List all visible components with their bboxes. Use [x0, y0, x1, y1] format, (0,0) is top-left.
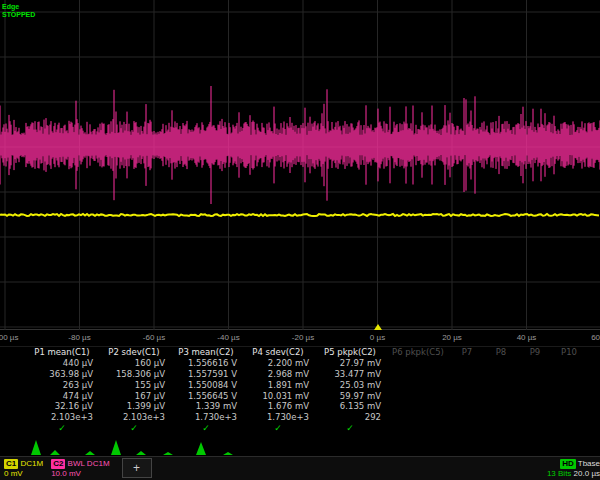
measurement-header[interactable]: P7 [450, 347, 484, 358]
measurement-column[interactable]: P2 sdev(C1)160 µV158.306 µV155 µV167 µV1… [98, 347, 170, 434]
acquisition-state-label: STOPPED [2, 11, 35, 19]
measurement-header[interactable]: P2 sdev(C1) [98, 347, 170, 358]
measurement-value: 1.730e+3 [170, 412, 242, 423]
measurement-value [518, 380, 552, 391]
measurement-header[interactable]: P3 mean(C2) [170, 347, 242, 358]
measurement-value: 1.339 mV [170, 401, 242, 412]
measurement-status: ✓ [242, 423, 314, 434]
measurement-status: ✓ [26, 423, 98, 434]
measurement-value [552, 412, 586, 423]
measurement-column[interactable]: P9 [518, 347, 552, 434]
time-axis-label: 40 µs [517, 333, 537, 342]
measurement-value: 27.97 mV [314, 358, 386, 369]
c1-descriptor[interactable]: C1 DC1M 0 mV [0, 457, 47, 480]
measurement-value: 1.676 mV [242, 401, 314, 412]
measurement-column[interactable]: P1 mean(C1)440 µV363.98 µV263 µV474 µV32… [26, 347, 98, 434]
measurement-header[interactable]: P6 pkpk(C5) [386, 347, 450, 358]
measurement-value [450, 380, 484, 391]
cursor-marker-chip[interactable]: + [122, 458, 152, 478]
waveform-grid[interactable]: Edge STOPPED [0, 0, 600, 330]
measurement-value: 440 µV [26, 358, 98, 369]
measurement-column[interactable]: P3 mean(C2)1.556616 V1.557591 V1.550084 … [170, 347, 242, 434]
measurement-value [552, 380, 586, 391]
c2-badge: C2 [51, 459, 65, 469]
measurement-header[interactable]: P9 [518, 347, 552, 358]
measurement-value: 33.477 mV [314, 369, 386, 380]
measurement-column[interactable]: P5 pkpk(C2)27.97 mV33.477 mV25.03 mV59.9… [314, 347, 386, 434]
measurement-value [450, 412, 484, 423]
measurement-value: 160 µV [98, 358, 170, 369]
measurement-table: P1 mean(C1)440 µV363.98 µV263 µV474 µV32… [0, 346, 600, 434]
timebase-label: Tbase [578, 459, 600, 468]
measurement-header[interactable]: P4 sdev(C2) [242, 347, 314, 358]
timebase-descriptor[interactable]: HD Tbase 13 Bits 20.0 µs [543, 457, 600, 480]
measurement-header[interactable]: P10 [552, 347, 586, 358]
measurement-value [386, 369, 450, 380]
measurement-header[interactable]: P5 pkpk(C2) [314, 347, 386, 358]
measurement-header[interactable]: P8 [484, 347, 518, 358]
measurement-status [518, 423, 552, 434]
measurement-value [386, 380, 450, 391]
measurement-value: 1.730e+3 [242, 412, 314, 423]
measurement-header[interactable]: P1 mean(C1) [26, 347, 98, 358]
c2-descriptor[interactable]: C2 BWL DC1M 10.0 mV [47, 457, 113, 480]
measurement-value [518, 412, 552, 423]
measurement-column[interactable]: P7 [450, 347, 484, 434]
measurement-value: 363.98 µV [26, 369, 98, 380]
measurement-status: ✓ [170, 423, 242, 434]
measurement-value [484, 358, 518, 369]
measurement-status [552, 423, 586, 434]
measurement-column[interactable]: P10 [552, 347, 586, 434]
measurement-value: 167 µV [98, 391, 170, 402]
c2-scale-label: 10.0 mV [51, 469, 109, 479]
measurement-value: 292 [314, 412, 386, 423]
time-axis-label: -60 µs [143, 333, 165, 342]
measurement-value [518, 391, 552, 402]
measurement-value: 2.103e+3 [26, 412, 98, 423]
measurement-value [518, 401, 552, 412]
plus-cursor-icon: + [133, 461, 140, 475]
measurement-value: 1.556616 V [170, 358, 242, 369]
measurement-value: 474 µV [26, 391, 98, 402]
trigger-type-label: Edge [2, 3, 35, 11]
measurement-status [484, 423, 518, 434]
waveform-traces [0, 0, 600, 330]
measurement-value: 32.16 µV [26, 401, 98, 412]
measurement-value [386, 358, 450, 369]
time-axis-label: 20 µs [442, 333, 462, 342]
measurement-value [552, 369, 586, 380]
measurement-column[interactable]: P8 [484, 347, 518, 434]
measurement-value: 6.135 mV [314, 401, 386, 412]
measurement-value: 2.200 mV [242, 358, 314, 369]
measurement-value: 59.97 mV [314, 391, 386, 402]
measurement-status: ✓ [98, 423, 170, 434]
histogram-strip [0, 434, 600, 456]
time-axis-label: 60 µs [591, 333, 600, 342]
measurement-value: 1.556645 V [170, 391, 242, 402]
measurement-value [450, 358, 484, 369]
measurement-column[interactable]: P6 pkpk(C5) [386, 347, 450, 434]
measurement-value: 1.550084 V [170, 380, 242, 391]
measurement-status [386, 423, 450, 434]
trigger-time-marker[interactable] [374, 324, 382, 330]
measurement-value [484, 412, 518, 423]
measurement-value [386, 412, 450, 423]
measurement-status [450, 423, 484, 434]
measurement-value [484, 380, 518, 391]
measurement-status: ✓ [314, 423, 386, 434]
c1-scale-label: 0 mV [4, 469, 43, 479]
measurement-column[interactable]: P4 sdev(C2)2.200 mV2.968 mV1.891 mV10.03… [242, 347, 314, 434]
measurement-value: 158.306 µV [98, 369, 170, 380]
measurement-value [386, 401, 450, 412]
measurement-value [518, 369, 552, 380]
measurement-histicon [0, 434, 600, 456]
measurement-value: 10.031 mV [242, 391, 314, 402]
time-axis-label: -80 µs [68, 333, 90, 342]
measurement-value: 155 µV [98, 380, 170, 391]
measurement-value [484, 401, 518, 412]
time-axis-label: -100 µs [0, 333, 18, 342]
measurement-value [552, 358, 586, 369]
c1-coupling-label: DC1M [20, 459, 43, 468]
measurement-value [484, 391, 518, 402]
measurement-value: 1.891 mV [242, 380, 314, 391]
